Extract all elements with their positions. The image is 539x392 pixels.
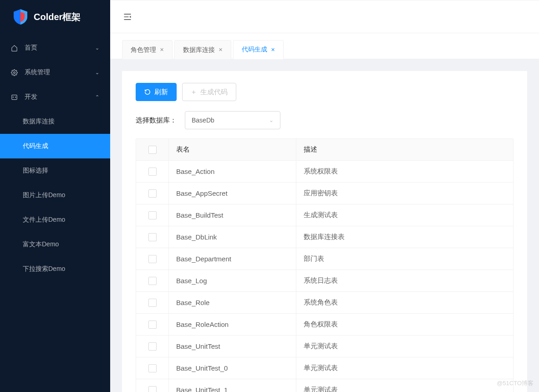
table-row: Base_UnitTest_0单元测试表 [136,357,513,379]
cell-table-desc: 系统日志表 [296,270,513,291]
chevron-down-icon: ⌄ [269,117,274,123]
sidebar-item-dev-3[interactable]: 图片上传Demo [0,183,110,208]
menu-dev[interactable]: 开发 ⌃ [0,85,110,109]
close-icon[interactable]: ✕ [271,47,275,53]
row-checkbox[interactable] [148,342,157,351]
svg-point-0 [14,71,15,73]
cell-table-name: Base_BuildTest [169,204,296,226]
sidebar-item-dev-6[interactable]: 下拉搜索Demo [0,257,110,281]
filter-label: 选择数据库： [136,116,177,125]
menu-system[interactable]: 系统管理 ⌄ [0,60,110,85]
row-checkbox[interactable] [148,364,157,372]
watermark: @51CTO博客 [497,379,534,387]
cell-table-name: Base_RoleAction [169,314,296,335]
sidebar-item-dev-5[interactable]: 富文本Demo [0,232,110,257]
panel: 刷新 生成代码 选择数据库： BaseDb ⌄ [122,71,527,392]
logo[interactable]: Colder框架 [0,0,110,36]
cell-table-desc: 部门表 [296,248,513,270]
database-select[interactable]: BaseDb ⌄ [185,111,280,129]
cell-table-desc: 单元测试表 [296,379,513,392]
plus-icon [191,89,197,95]
cell-table-desc: 数据库连接表 [296,226,513,248]
cell-table-name: Base_UnitTest [169,336,296,357]
row-checkbox[interactable] [148,233,157,241]
cell-table-desc: 单元测试表 [296,357,513,379]
row-checkbox[interactable] [148,321,157,329]
tab-label: 角色管理 [131,46,156,54]
refresh-button[interactable]: 刷新 [136,83,177,101]
menu-label: 首页 [25,44,37,52]
sidebar-item-label: 数据库连接 [23,117,55,126]
menu-label: 开发 [25,93,37,101]
app-name: Colder框架 [34,11,81,23]
table-row: Base_Role系统角色表 [136,292,513,314]
sidebar-item-dev-1[interactable]: 代码生成 [0,134,110,158]
table-row: Base_DbLink数据库连接表 [136,226,513,248]
tab-0[interactable]: 角色管理✕ [122,40,173,59]
table-row: Base_UnitTest单元测试表 [136,336,513,357]
cell-table-name: Base_UnitTest_0 [169,357,296,379]
row-checkbox[interactable] [148,168,157,176]
refresh-icon [144,89,151,95]
tab-2[interactable]: 代码生成✕ [233,40,284,59]
table-row: Base_BuildTest生成测试表 [136,204,513,226]
sidebar-item-dev-0[interactable]: 数据库连接 [0,109,110,134]
button-label: 生成代码 [200,88,228,97]
cell-table-desc: 生成测试表 [296,204,513,226]
table-row: Base_Action系统权限表 [136,161,513,183]
filter-row: 选择数据库： BaseDb ⌄ [136,111,514,129]
sidebar-item-dev-4[interactable]: 文件上传Demo [0,208,110,232]
menu: 首页 ⌄ 系统管理 ⌄ 开发 ⌃ 数据库连接代码生成图标选择图片上传Demo文件… [0,36,110,392]
row-checkbox[interactable] [148,255,157,263]
logo-shield-icon [14,9,27,25]
column-header-name: 表名 [169,139,296,160]
close-icon[interactable]: ✕ [160,47,164,53]
table-row: Base_AppSecret应用密钥表 [136,183,513,204]
cell-table-desc: 系统权限表 [296,161,513,182]
cell-table-name: Base_AppSecret [169,183,296,204]
cell-table-name: Base_Role [169,292,296,313]
sidebar-item-label: 下拉搜索Demo [23,265,65,273]
table-header: 表名 描述 [136,139,513,161]
tabs: 角色管理✕数据库连接✕代码生成✕ [110,33,539,59]
table: 表名 描述 Base_Action系统权限表Base_AppSecret应用密钥… [136,138,514,392]
main: 角色管理✕数据库连接✕代码生成✕ 刷新 生成代码 选择数据库： Ba [110,0,539,392]
sidebar-item-label: 文件上传Demo [23,216,65,224]
tab-label: 数据库连接 [183,46,215,54]
topbar [110,0,539,33]
sidebar-item-dev-2[interactable]: 图标选择 [0,158,110,183]
row-checkbox[interactable] [148,211,157,219]
cell-table-desc: 应用密钥表 [296,183,513,204]
row-checkbox[interactable] [148,386,157,392]
cell-table-name: Base_UnitTest_1 [169,379,296,392]
cell-table-name: Base_Log [169,270,296,291]
table-row: Base_Log系统日志表 [136,270,513,292]
cell-table-name: Base_DbLink [169,226,296,248]
action-bar: 刷新 生成代码 [136,83,514,101]
content: 刷新 生成代码 选择数据库： BaseDb ⌄ [110,59,539,392]
sidebar-item-label: 图片上传Demo [23,191,65,199]
generate-code-button[interactable]: 生成代码 [182,83,236,101]
gear-icon [11,69,22,76]
tab-1[interactable]: 数据库连接✕ [174,40,231,59]
row-checkbox[interactable] [148,299,157,307]
column-header-desc: 描述 [296,139,513,160]
select-all-checkbox[interactable] [148,146,157,154]
table-row: Base_Department部门表 [136,248,513,270]
sidebar: Colder框架 首页 ⌄ 系统管理 ⌄ 开发 [0,0,110,392]
menu-fold-button[interactable] [123,12,132,21]
sidebar-item-label: 富文本Demo [23,240,59,249]
chevron-down-icon: ⌄ [95,45,99,51]
table-row: Base_RoleAction角色权限表 [136,314,513,336]
table-row: Base_UnitTest_1单元测试表 [136,379,513,392]
chevron-down-icon: ⌄ [95,70,99,76]
sidebar-item-label: 图标选择 [23,167,48,175]
sidebar-item-label: 代码生成 [23,142,48,150]
menu-home[interactable]: 首页 ⌄ [0,36,110,60]
cell-table-desc: 单元测试表 [296,336,513,357]
select-value: BaseDb [192,117,214,124]
close-icon[interactable]: ✕ [219,47,223,53]
row-checkbox[interactable] [148,189,157,198]
row-checkbox[interactable] [148,277,157,285]
code-icon [11,94,22,101]
